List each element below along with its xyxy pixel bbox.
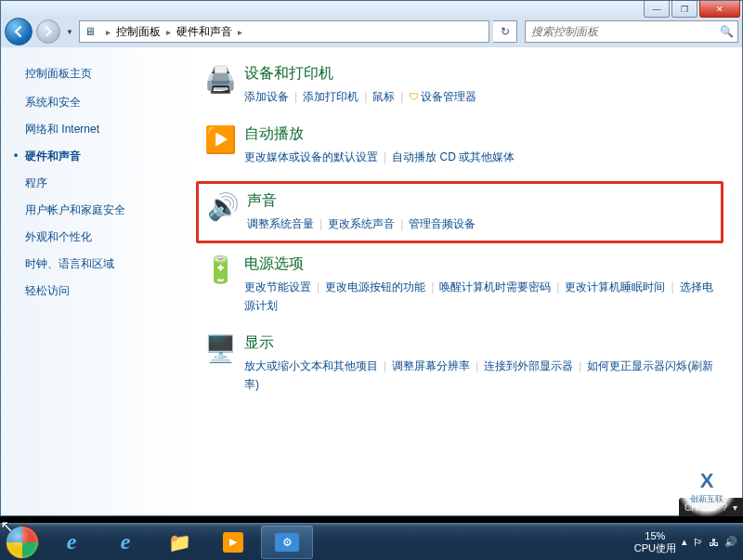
sidebar-item[interactable]: 程序 (25, 176, 177, 191)
link-divider: | (364, 90, 367, 103)
link-divider: | (476, 359, 478, 372)
category-link[interactable]: 连接到外部显示器 (484, 359, 573, 372)
content-area: 控制面板主页 系统和安全网络和 Internet硬件和声音程序用户帐户和家庭安全… (1, 47, 742, 515)
link-divider: | (384, 359, 386, 372)
link-divider: | (671, 280, 673, 293)
category-link[interactable]: 自动播放 CD 或其他媒体 (392, 150, 515, 163)
category: 🔋电源选项更改节能设置|更改电源按钮的功能|唤醒计算机时需要密码|更改计算机睡眠… (196, 251, 723, 319)
back-button[interactable] (5, 18, 33, 46)
maximize-button[interactable]: ❐ (671, 1, 697, 18)
category-title[interactable]: 声音 (247, 191, 717, 211)
chevron-right-icon: ▸ (161, 27, 176, 37)
search-field[interactable] (526, 21, 737, 42)
category-links: 放大或缩小文本和其他项目|调整屏幕分辨率|连接到外部显示器|如何更正显示器闪烁(… (244, 357, 720, 394)
category-links: 添加设备|添加打印机|鼠标|🛡设备管理器 (244, 87, 720, 106)
category-title[interactable]: 电源选项 (244, 254, 720, 274)
arrow-left-icon (12, 25, 25, 38)
media-player-icon[interactable]: ▶ (207, 526, 259, 559)
navigation-bar: ▼ 🖥 ▸ 控制面板 ▸ 硬件和声音 ▸ ↻ 🔍 (1, 16, 742, 47)
chevron-right-icon: ▸ (232, 27, 248, 37)
forward-button[interactable] (36, 20, 60, 44)
chevron-down-icon[interactable]: ▾ (733, 502, 737, 513)
breadcrumb[interactable]: 🖥 ▸ 控制面板 ▸ 硬件和声音 ▸ (79, 20, 489, 43)
taskbar: ee📁▶⚙ 15% CPU使用 ▴ 🏳 🖧 🔊 (0, 523, 743, 560)
control-panel-icon[interactable]: ⚙ (261, 526, 313, 559)
close-button[interactable]: ✕ (699, 1, 740, 18)
link-divider: | (400, 217, 403, 230)
breadcrumb-current[interactable]: 硬件和声音 (176, 24, 232, 40)
link-divider: | (400, 90, 403, 103)
link-divider: | (556, 280, 559, 293)
category-icon: 🔋 (200, 254, 241, 292)
category-link[interactable]: 更改节能设置 (244, 280, 311, 293)
ie-alt-icon[interactable]: e (99, 526, 151, 559)
category-link[interactable]: 更改计算机睡眠时间 (565, 280, 665, 293)
link-divider: | (294, 90, 297, 103)
category: ▶️自动播放更改媒体或设备的默认设置|自动播放 CD 或其他媒体 (196, 121, 723, 170)
category-link[interactable]: 添加打印机 (303, 90, 358, 103)
category-link[interactable]: 调整屏幕分辨率 (392, 359, 470, 372)
category-title[interactable]: 自动播放 (244, 124, 720, 144)
category-link[interactable]: 调整系统音量 (247, 217, 314, 230)
ie-icon[interactable]: e (46, 526, 98, 559)
category-title[interactable]: 设备和打印机 (244, 64, 720, 84)
refresh-button[interactable]: ↻ (493, 20, 517, 43)
sidebar-item[interactable]: 时钟、语言和区域 (25, 256, 177, 272)
sidebar-item[interactable]: 外观和个性化 (25, 229, 177, 245)
category-link[interactable]: 鼠标 (372, 90, 395, 103)
volume-icon[interactable]: 🔊 (724, 536, 737, 548)
link-divider: | (317, 280, 319, 293)
breadcrumb-root[interactable]: 控制面板 (116, 24, 161, 40)
sidebar-item[interactable]: 轻松访问 (25, 283, 177, 299)
sidebar-item[interactable]: 用户帐户和家庭安全 (25, 202, 177, 218)
shield-icon: 🛡 (409, 91, 419, 102)
category-link[interactable]: 设备管理器 (421, 90, 476, 103)
link-divider: | (579, 359, 581, 372)
category-link[interactable]: 更改媒体或设备的默认设置 (244, 150, 378, 163)
location-icon: 🖥 (80, 25, 100, 38)
category: 🖨️设备和打印机添加设备|添加打印机|鼠标|🛡设备管理器 (196, 60, 723, 110)
network-icon[interactable]: 🖧 (709, 537, 719, 548)
tray-expand-icon[interactable]: ▴ (682, 536, 687, 548)
sidebar-item[interactable]: 硬件和声音 (25, 149, 177, 164)
sidebar-item[interactable]: 系统和安全 (25, 95, 177, 111)
category-link[interactable]: 唤醒计算机时需要密码 (439, 280, 551, 293)
titlebar: — ❐ ✕ (1, 1, 742, 16)
category: 🔊声音调整系统音量|更改系统声音|管理音频设备 (196, 181, 723, 243)
history-dropdown[interactable]: ▼ (64, 22, 75, 41)
link-divider: | (319, 217, 322, 230)
minimize-button[interactable]: — (644, 1, 670, 18)
chevron-right-icon: ▸ (100, 27, 116, 37)
action-center-icon[interactable]: 🏳 (693, 537, 703, 548)
category-link[interactable]: 放大或缩小文本和其他项目 (244, 359, 378, 372)
arrow-right-icon (43, 26, 54, 37)
start-button[interactable] (0, 524, 45, 561)
watermark-logo: X 创新互联 (676, 456, 737, 517)
sidebar: 控制面板主页 系统和安全网络和 Internet硬件和声音程序用户帐户和家庭安全… (1, 47, 187, 515)
control-panel-window: — ❐ ✕ ▼ 🖥 ▸ 控制面板 ▸ 硬件和声音 ▸ ↻ 🔍 控制面板主页 (0, 0, 743, 516)
system-tray: 15% CPU使用 ▴ 🏳 🖧 🔊 (634, 530, 743, 554)
category-link[interactable]: 添加设备 (244, 90, 289, 103)
category-link[interactable]: 更改系统声音 (328, 217, 395, 230)
cpu-meter[interactable]: 15% CPU使用 (634, 530, 676, 554)
category-links: 调整系统音量|更改系统声音|管理音频设备 (247, 215, 717, 233)
category-icon: 🖨️ (200, 64, 241, 101)
category-icon: 🔊 (202, 191, 243, 228)
main-panel: 🖨️设备和打印机添加设备|添加打印机|鼠标|🛡设备管理器▶️自动播放更改媒体或设… (187, 47, 742, 515)
category-links: 更改节能设置|更改电源按钮的功能|唤醒计算机时需要密码|更改计算机睡眠时间|选择… (244, 278, 720, 315)
search-icon: 🔍 (720, 25, 734, 38)
sidebar-item[interactable]: 网络和 Internet (25, 122, 177, 137)
category-links: 更改媒体或设备的默认设置|自动播放 CD 或其他媒体 (244, 148, 720, 166)
search-input[interactable]: 🔍 (525, 20, 738, 43)
category-icon: ▶️ (200, 124, 241, 162)
windows-logo-icon (6, 526, 39, 559)
category-link[interactable]: 更改电源按钮的功能 (325, 280, 425, 293)
link-divider: | (384, 150, 386, 163)
link-divider: | (431, 280, 434, 293)
category-link[interactable]: 管理音频设备 (409, 217, 476, 230)
explorer-icon[interactable]: 📁 (153, 526, 205, 559)
category-title[interactable]: 显示 (244, 333, 720, 353)
caption-buttons: — ❐ ✕ (644, 1, 740, 18)
category-icon: 🖥️ (200, 333, 241, 371)
sidebar-title[interactable]: 控制面板主页 (25, 66, 177, 82)
